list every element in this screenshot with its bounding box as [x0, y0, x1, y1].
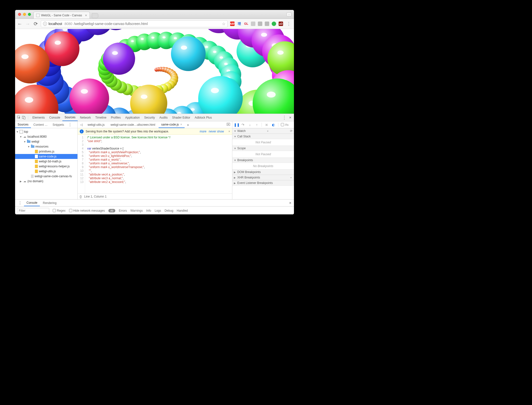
infobar-nevershow-link[interactable]: never show — [209, 130, 224, 133]
async-checkbox[interactable]: As — [281, 123, 289, 127]
ext-cast-icon[interactable] — [265, 22, 269, 26]
debug-pane-watch[interactable]: ▼Watch＋⟳ — [232, 128, 294, 134]
devtools-close-icon[interactable]: ✕ — [288, 115, 292, 120]
debug-pane-breakpoints[interactable]: ▼Breakpoints — [232, 157, 294, 163]
debug-pane-scope[interactable]: ▼Scope — [232, 146, 294, 151]
editor-tabs-overflow-icon[interactable]: » — [186, 123, 191, 127]
navigator-tab-snippets[interactable]: Snippets — [50, 121, 67, 128]
traffic-lights — [15, 13, 31, 16]
close-tab-icon[interactable]: × — [180, 123, 182, 126]
close-tab-icon[interactable]: × — [85, 13, 87, 17]
hide-network-checkbox[interactable]: Hide network messages — [69, 209, 105, 212]
ext-green-icon[interactable] — [272, 22, 276, 26]
tree-file[interactable]: webgl-same-code-canvas-fu — [15, 174, 77, 179]
navigator-more-icon[interactable]: ⋮ — [67, 121, 73, 128]
tree-folder-webgl[interactable]: ▼webgl — [15, 139, 77, 144]
drawer-tab-rendering[interactable]: Rendering — [40, 200, 59, 206]
tree-file[interactable]: webgl-lessons-helper.js — [15, 164, 77, 169]
tree-no-domain[interactable]: ▶☁(no domain) — [15, 179, 77, 184]
device-toolbar-icon[interactable] — [22, 115, 26, 120]
pause-on-exceptions-icon[interactable]: ◐ — [271, 123, 276, 127]
forward-button[interactable]: → — [25, 21, 30, 27]
site-info-icon[interactable]: i — [43, 22, 47, 26]
browser-tab[interactable]: WebGL - Same Code - Canvas × — [33, 12, 90, 19]
ext-abp-icon[interactable]: ABP — [230, 22, 235, 26]
editor-nav-prev-icon[interactable]: ◁ — [79, 123, 84, 127]
window-collapse-button[interactable]: - — [287, 12, 291, 16]
level-errors[interactable]: Errors — [119, 209, 127, 212]
level-warnings[interactable]: Warnings — [130, 209, 143, 212]
step-into-icon[interactable]: ↓ — [248, 123, 252, 127]
spheres-render — [15, 29, 294, 114]
devtools-tab-shader-editor[interactable]: Shader Editor — [170, 114, 192, 121]
inspect-element-icon[interactable] — [17, 115, 21, 120]
pause-icon[interactable]: ❚❚ — [234, 123, 238, 127]
editor-nav-next-icon[interactable] — [226, 123, 231, 127]
level-info[interactable]: Info — [146, 209, 151, 212]
console-filter-input[interactable] — [17, 208, 49, 213]
reload-button[interactable]: ⟳ — [33, 21, 38, 27]
infobar-close-icon[interactable]: × — [228, 130, 230, 133]
editor-tab[interactable]: webgl-same-code…ullscreen.html — [108, 121, 158, 128]
devtools-tab-adblock-plus[interactable]: Adblock Plus — [193, 114, 214, 121]
tree-top[interactable]: ▼top — [15, 129, 77, 134]
devtools-tab-console[interactable]: Console — [47, 114, 62, 121]
browser-menu-icon[interactable]: ⋮ — [286, 21, 292, 26]
svg-point-65 — [131, 40, 134, 42]
drawer-menu-icon[interactable]: ⋮ — [17, 200, 24, 206]
devtools-tab-security[interactable]: Security — [142, 114, 157, 121]
infobar-more-link[interactable]: more — [200, 130, 206, 133]
code-body[interactable]: /* Licensed under a BSD license. See lic… — [85, 135, 172, 193]
level-handled[interactable]: Handled — [177, 209, 188, 212]
tree-file[interactable]: primitives.js — [15, 149, 77, 154]
devtools-tab-elements[interactable]: Elements — [30, 114, 47, 121]
code-editor[interactable]: 12345678910111213 /* Licensed under a BS… — [78, 135, 232, 193]
level-debug[interactable]: Debug — [165, 209, 173, 212]
tree-host[interactable]: ▼☁localhost:8080 — [15, 134, 77, 139]
new-tab-button[interactable] — [92, 13, 98, 18]
devtools-menu-icon[interactable]: ⋮ — [281, 115, 288, 120]
ext-rikai-icon[interactable]: 理 — [237, 22, 242, 26]
step-over-icon[interactable]: ↷ — [241, 123, 245, 127]
tree-file[interactable]: webgl-utils.js — [15, 169, 77, 174]
navigator-tab-sources[interactable]: Sources — [15, 121, 31, 128]
add-icon[interactable]: ＋ — [290, 176, 292, 180]
devtools-tab-sources[interactable]: Sources — [62, 114, 78, 121]
devtools-tab-timeline[interactable]: Timeline — [93, 114, 109, 121]
ext-drive-icon[interactable] — [251, 22, 255, 26]
drawer-tab-console[interactable]: Console — [24, 200, 40, 206]
level-logs[interactable]: Logs — [155, 209, 161, 212]
zoom-window-button[interactable] — [28, 13, 31, 16]
devtools-tab-network[interactable]: Network — [78, 114, 93, 121]
back-button[interactable]: ← — [17, 21, 23, 27]
tree-folder-resources[interactable]: ▼resources — [15, 144, 77, 149]
devtools-tab-audits[interactable]: Audits — [157, 114, 170, 121]
add-icon[interactable]: ＋ — [266, 129, 269, 133]
tree-file-selected[interactable]: same-code.js — [15, 154, 77, 159]
deactivate-breakpoints-icon[interactable]: ⤭ — [264, 123, 269, 127]
refresh-icon[interactable]: ⟳ — [290, 129, 292, 133]
devtools-tab-profiles[interactable]: Profiles — [109, 114, 123, 121]
level-all[interactable]: All — [108, 209, 115, 212]
step-out-icon[interactable]: ↑ — [255, 123, 259, 127]
editor-tab[interactable]: webgl-utils.js — [85, 121, 107, 128]
drawer-close-icon[interactable]: ✕ — [288, 201, 292, 205]
editor-tab-active[interactable]: same-code.js× — [159, 121, 184, 128]
close-window-button[interactable] — [18, 13, 21, 16]
regex-checkbox[interactable]: Regex — [53, 209, 66, 212]
ext-docs-icon[interactable] — [258, 22, 262, 26]
debug-pane-xhr-breakpoints[interactable]: ▶XHR Breakpoints＋ — [232, 175, 294, 180]
address-bar[interactable]: i localhost:8080/webgl/webgl-same-code-c… — [41, 20, 228, 27]
ext-gl-icon[interactable]: GL — [244, 22, 248, 26]
pretty-print-icon[interactable]: {} — [80, 195, 82, 198]
svg-point-195 — [22, 54, 29, 59]
devtools-tab-application[interactable]: Application — [123, 114, 142, 121]
navigator-tab-content[interactable]: Content … — [31, 121, 50, 128]
debug-pane-dom-breakpoints[interactable]: ▶DOM Breakpoints — [232, 169, 294, 175]
debug-pane-event-listener-breakpoints[interactable]: ▶Event Listener Breakpoints — [232, 180, 294, 186]
tree-file[interactable]: webgl-3d-math.js — [15, 159, 77, 164]
minimize-window-button[interactable] — [23, 13, 26, 16]
ext-ublock-icon[interactable]: uO — [279, 22, 283, 26]
debug-pane-call-stack[interactable]: ▼Call Stack — [232, 134, 294, 139]
bookmark-star-icon[interactable]: ☆ — [222, 22, 225, 26]
